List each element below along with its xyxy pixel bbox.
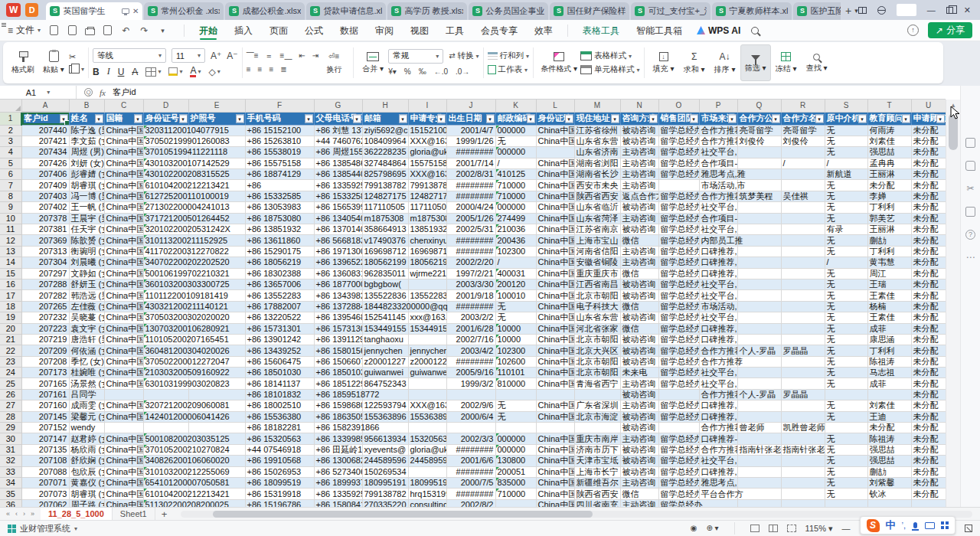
cell-O14[interactable]: 留学总经办	[658, 257, 699, 268]
cell-I22[interactable]: jennychen	[408, 345, 446, 356]
cell-P12[interactable]: 内部员工推	[699, 235, 737, 246]
cell-T24[interactable]: 马志祖	[867, 368, 911, 378]
cell-C26[interactable]	[104, 389, 143, 400]
cell-C20[interactable]: China中国	[104, 323, 143, 334]
cell-R18[interactable]	[781, 301, 825, 312]
cell-D10[interactable]: 371721200501264452	[143, 213, 188, 224]
export-icon[interactable]	[68, 25, 77, 35]
cell-M16[interactable]: 江西省南昌	[574, 279, 620, 289]
cell-S22[interactable]: 无	[825, 345, 867, 356]
cell-F14[interactable]: +86 18056219	[245, 257, 314, 268]
cell-T9[interactable]: 丁利利	[867, 202, 911, 213]
cell-O25[interactable]: 留学总经办	[658, 378, 699, 389]
sidebar-cut-icon[interactable]: ✂	[965, 184, 975, 194]
cell-P8[interactable]: 合作方推荐	[699, 191, 737, 201]
cell-L14[interactable]: China中国	[536, 257, 574, 268]
cell-U16[interactable]: 未分配	[911, 279, 946, 289]
cell-D26[interactable]	[143, 389, 188, 400]
cell-U30[interactable]: 未分配	[911, 433, 946, 444]
cell-P25[interactable]: 社交平台,	[699, 378, 737, 389]
cell-K24[interactable]: 110101	[495, 368, 536, 378]
cell-S11[interactable]: 有录	[825, 224, 867, 235]
cell-I20[interactable]: 153449155	[408, 323, 446, 334]
cell-O21[interactable]: 留学总经办	[658, 334, 699, 345]
row-header-12[interactable]: 12	[0, 235, 21, 246]
cell-Q25[interactable]	[737, 378, 781, 389]
cell-S3[interactable]: 无	[825, 136, 867, 146]
cell-D34[interactable]: 654101200007050581	[143, 478, 188, 489]
cell-A15[interactable]: 207297	[21, 268, 69, 279]
cell-C32[interactable]: China中国	[104, 456, 143, 466]
decrease-decimal-icon[interactable]: .0→	[456, 67, 469, 77]
cell-G25[interactable]: +86 1851229020	[314, 378, 362, 389]
cell-S4[interactable]: 无	[825, 147, 867, 158]
cell-L31[interactable]: China中国	[536, 444, 574, 455]
cell-I6[interactable]: XXX@163.	[408, 169, 446, 180]
cell-F34[interactable]: +86 18099519	[245, 478, 314, 489]
cell-C18[interactable]: China中国	[104, 301, 143, 312]
cell-I19[interactable]: xxx@163.c	[408, 312, 446, 323]
cell-J9[interactable]: 2000/4/24	[446, 202, 495, 213]
borders-icon[interactable]	[145, 67, 156, 77]
cell-G8[interactable]: +86 1533258500	[314, 191, 362, 201]
cell-G20[interactable]: +86 1573130169	[314, 323, 362, 334]
cell-F11[interactable]: +86 13851932	[245, 224, 314, 235]
cell-Q20[interactable]	[737, 323, 781, 334]
cell-M30[interactable]: 重庆市南岸	[574, 433, 620, 444]
header-cell-H1[interactable]: 邮箱▾	[362, 112, 408, 125]
horizontal-scrollbar[interactable]	[181, 511, 972, 518]
filter-dropdown-icon[interactable]: ▾	[134, 114, 142, 123]
cell-G13[interactable]: +86 1971300890	[314, 246, 362, 257]
cell-N22[interactable]: 被动咨询	[620, 345, 658, 356]
cell-B9[interactable]: 王一帆 (男	[69, 202, 104, 213]
cell-T17[interactable]: 王素佳	[867, 290, 911, 301]
ribbon-tab-审阅[interactable]: 审阅	[367, 20, 402, 41]
cell-O26[interactable]	[658, 389, 699, 400]
cell-L12[interactable]: China中国	[536, 235, 574, 246]
cell-O15[interactable]: 留学总经办	[658, 268, 699, 279]
filter-dropdown-icon[interactable]: ▾	[179, 114, 188, 123]
cell-O3[interactable]: 留学总经办	[658, 136, 699, 146]
bold-button[interactable]: B	[93, 67, 100, 77]
cell-D21[interactable]: 110105200207165451	[143, 334, 188, 345]
cell-L21[interactable]: China中国	[536, 334, 574, 345]
cell-H33[interactable]: 150269534	[362, 466, 408, 477]
cell-H4[interactable]: 362228235	[362, 147, 408, 158]
cell-J34[interactable]: 2000/7/5	[446, 478, 495, 489]
cell-D12[interactable]: 310113200211152925	[143, 235, 188, 246]
zoom-level[interactable]: 115% ▾	[805, 524, 833, 534]
cell-R33[interactable]	[781, 466, 825, 477]
cell-U15[interactable]: 未分配	[911, 268, 946, 279]
cell-O30[interactable]: 留学总经办	[658, 433, 699, 444]
cell-Q17[interactable]	[737, 290, 781, 301]
cell-R15[interactable]	[781, 268, 825, 279]
cell-R26[interactable]: 罗晶晶	[781, 389, 825, 400]
cell-O19[interactable]: 留学总经办	[658, 312, 699, 323]
cell-J36[interactable]: 2002/8/2	[446, 499, 495, 507]
cell-F12[interactable]: +86 13611860	[245, 235, 314, 246]
cell-L3[interactable]: China中国	[536, 136, 574, 146]
sum-button[interactable]: Σ 求和 ▾	[679, 44, 710, 81]
column-header-J[interactable]: J	[446, 100, 495, 112]
cell-G5[interactable]: +86 1385486689	[314, 158, 362, 168]
cell-S30[interactable]: 无	[825, 433, 867, 444]
cell-O31[interactable]: 留学总经办	[658, 444, 699, 455]
cell-N10[interactable]: 主动咨询	[620, 213, 658, 224]
increase-decimal-icon[interactable]: ←.0	[434, 67, 448, 77]
cell-L6[interactable]: China中国	[536, 169, 574, 180]
cell-D15[interactable]: 500106199702210321	[143, 268, 188, 279]
cell-N9[interactable]: 被动咨询	[620, 202, 658, 213]
layout-icon[interactable]	[858, 7, 867, 14]
cell-U13[interactable]: 未分配	[911, 246, 946, 257]
cell-C7[interactable]: China中国	[104, 180, 143, 191]
cell-M4[interactable]: 山东省济南	[574, 147, 620, 158]
paste-button[interactable]: 粘贴 ▾	[38, 44, 69, 81]
cell-P5[interactable]: 合作项目-	[699, 158, 737, 168]
column-header-C[interactable]: C	[104, 100, 143, 112]
cell-T19[interactable]: 王素佳	[867, 312, 911, 323]
row-header-13[interactable]: 13	[0, 246, 21, 257]
minimize-button[interactable]: —	[927, 0, 936, 20]
wrap-text-button[interactable]: ⏎≡ 换行	[318, 44, 349, 81]
cell-L24[interactable]: China中国	[536, 368, 574, 378]
cell-D16[interactable]: 360103200303300725	[143, 279, 188, 289]
